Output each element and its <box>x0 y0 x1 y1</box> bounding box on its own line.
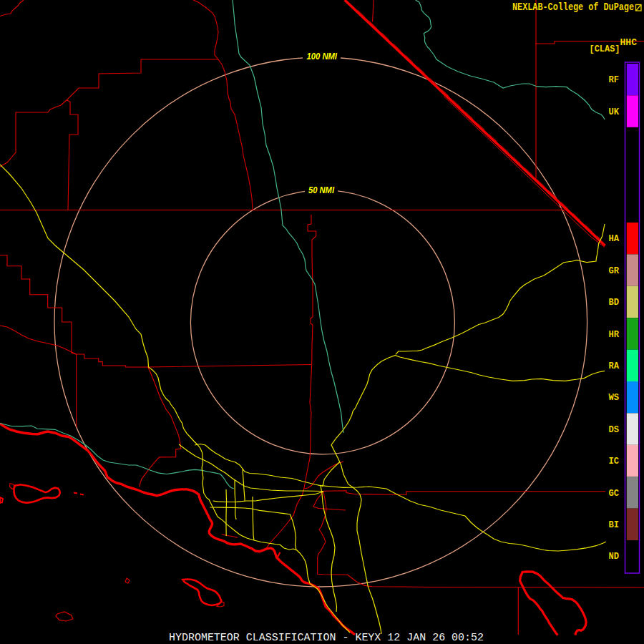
svg-text:HYDROMETEOR CLASSIFICATION - K: HYDROMETEOR CLASSIFICATION - KEYX 12 JAN… <box>169 632 484 644</box>
svg-text:GR: GR <box>608 265 619 276</box>
svg-text:RA: RA <box>608 361 619 371</box>
svg-text:ND: ND <box>608 551 619 562</box>
svg-text:HR: HR <box>608 329 619 340</box>
svg-text:WS: WS <box>608 392 619 403</box>
svg-text:HHC: HHC <box>620 37 638 48</box>
svg-text:50 NMI: 50 NMI <box>308 185 334 195</box>
svg-text:BI: BI <box>608 519 619 530</box>
svg-text:HA: HA <box>608 233 619 244</box>
svg-text:IC: IC <box>608 456 619 467</box>
svg-text:NEXLAB-College of DuPage: NEXLAB-College of DuPage <box>512 1 634 14</box>
svg-text:RF: RF <box>608 74 619 85</box>
svg-text:UK: UK <box>608 107 619 117</box>
svg-text:GC: GC <box>608 488 619 499</box>
svg-text:100 NMI: 100 NMI <box>307 52 338 62</box>
svg-text:DS: DS <box>608 424 619 435</box>
svg-text:BD: BD <box>608 297 619 308</box>
svg-text:[CLAS]: [CLAS] <box>590 44 620 54</box>
